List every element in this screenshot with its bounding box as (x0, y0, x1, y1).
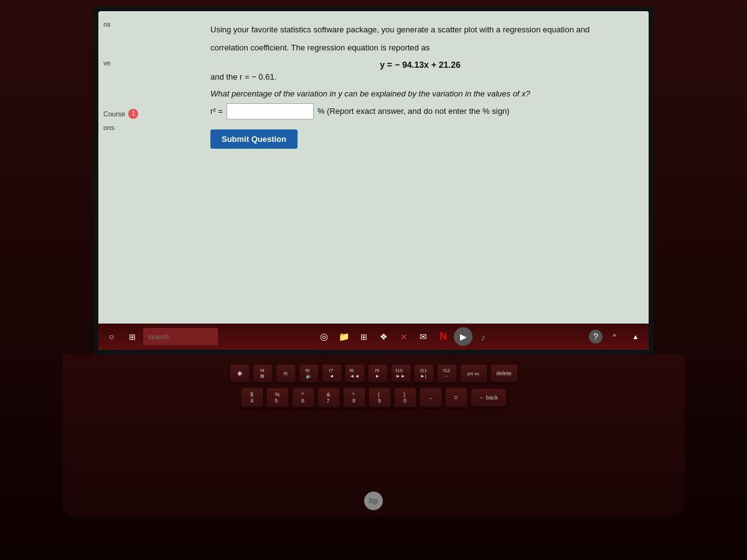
answer-row: r² = % (Report exact answer, and do not … (210, 103, 630, 119)
taskbar: ○ ⊞ ◎ 📁 ⊞ ❖ ✕ ✉ N ▶ ♪ (98, 324, 649, 350)
taskbar-help-icon[interactable]: ? (589, 330, 603, 343)
taskbar-search-input[interactable] (143, 328, 218, 345)
key-9-paren[interactable]: (9 (369, 388, 391, 408)
intro-line2: correlation coefficient. The regression … (210, 42, 630, 55)
hint-text: % (Report exact answer, and do not enter… (317, 106, 510, 116)
screen-wrapper: ns ve Course 1 ons Using your favorite s… (93, 0, 654, 355)
nav-item-ve[interactable]: ve (103, 56, 138, 70)
screen-bezel: ns ve Course 1 ons Using your favorite s… (93, 6, 654, 355)
key-backspace[interactable]: ← back (471, 388, 507, 407)
key-f10[interactable]: f10►► (391, 364, 411, 383)
key-delete[interactable]: delete (491, 364, 518, 383)
key-prt-sc[interactable]: prt sc (460, 364, 487, 383)
taskbar-notification-icon[interactable]: ▲ (626, 327, 645, 346)
nav-item-ns[interactable]: ns (103, 17, 138, 31)
question-area: Using your favorite statistics software … (210, 24, 630, 149)
taskbar-media-icon[interactable]: ▶ (454, 327, 472, 346)
laptop-body: ns ve Course 1 ons Using your favorite s… (0, 0, 747, 560)
left-nav: ns ve Course 1 ons (103, 17, 138, 134)
fn-key-row: ✱ f4⊠ f5 f6🔉 f7◄ f8◄◄ f9► f10►► f11►| f1… (230, 364, 518, 383)
taskbar-edge-icon[interactable]: ◎ (314, 327, 333, 346)
course-label[interactable]: Course (103, 107, 125, 121)
what-percentage-text: What percentage of the variation in y ca… (210, 89, 630, 98)
course-badge: 1 (128, 109, 138, 119)
taskbar-folder-icon[interactable]: 📁 (334, 327, 353, 346)
key-f8[interactable]: f8◄◄ (345, 364, 365, 383)
taskbar-apps-icon[interactable]: ⊞ (354, 327, 373, 346)
browser-content: ns ve Course 1 ons Using your favorite s… (98, 11, 649, 324)
taskbar-center-icons: ◎ 📁 ⊞ ❖ ✕ ✉ N ▶ ♪ (314, 327, 492, 346)
keyboard-area: ✱ f4⊠ f5 f6🔉 f7◄ f8◄◄ f9► f10►► f11►| f1… (62, 355, 685, 516)
taskbar-caret-up-icon[interactable]: ^ (605, 327, 624, 346)
number-row: $4 %5 ^6 &7 *8 (9 )0 - = ← back (241, 388, 507, 408)
key-f4[interactable]: f4⊠ (253, 364, 273, 383)
key-0-paren[interactable]: )0 (394, 388, 416, 408)
hp-logo: hp (364, 492, 383, 510)
taskbar-windows-icon[interactable]: ⊞ (123, 327, 141, 346)
taskbar-right-icons: ? ^ ▲ (589, 327, 645, 346)
key-star[interactable]: ✱ (230, 364, 250, 383)
key-8-star[interactable]: *8 (343, 388, 365, 408)
screen-content: ns ve Course 1 ons Using your favorite s… (98, 11, 649, 350)
key-6-caret[interactable]: ^6 (292, 388, 314, 408)
taskbar-mail-icon[interactable]: ✉ (414, 327, 433, 346)
key-5-percent[interactable]: %5 (266, 388, 289, 408)
main-equation: y = − 94.13x + 21.26 (210, 60, 630, 70)
taskbar-dropbox-icon[interactable]: ❖ (374, 327, 393, 346)
and-the-r: and the r = − 0.61. (210, 72, 630, 82)
intro-line1: Using your favorite statistics software … (210, 24, 630, 37)
taskbar-search-area: ○ ⊞ (102, 327, 218, 346)
key-equals[interactable]: = (445, 388, 467, 408)
key-f12[interactable]: f12→ (437, 364, 457, 383)
key-4-dollar[interactable]: $4 (241, 388, 263, 408)
key-f6[interactable]: f6🔉 (299, 364, 319, 383)
windows-start-button[interactable]: ○ (102, 327, 121, 346)
taskbar-netflix-icon[interactable]: N (434, 327, 453, 346)
taskbar-music-icon[interactable]: ♪ (474, 327, 492, 346)
submit-question-button[interactable]: Submit Question (210, 129, 298, 149)
key-f9[interactable]: f9► (368, 364, 388, 383)
r-squared-label: r² = (210, 106, 223, 116)
key-f7[interactable]: f7◄ (322, 364, 342, 383)
key-7-amp[interactable]: &7 (317, 388, 340, 408)
key-minus[interactable]: - (420, 388, 442, 408)
answer-input[interactable] (227, 103, 314, 119)
key-f5[interactable]: f5 (276, 364, 296, 383)
taskbar-x-icon[interactable]: ✕ (394, 327, 413, 346)
key-f11[interactable]: f11►| (414, 364, 434, 383)
nav-item-ons[interactable]: ons (103, 121, 138, 134)
